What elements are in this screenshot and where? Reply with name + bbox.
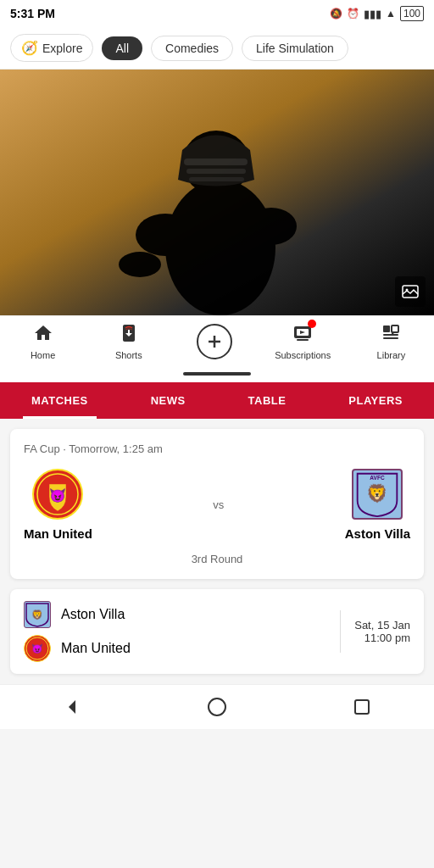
pill-all[interactable]: All — [102, 36, 142, 60]
match-date: Sat, 15 Jan 11:00 pm — [354, 619, 410, 644]
status-bar: 5:31 PM 🔕 ⏰ ▮▮▮ ▲ 100 — [0, 0, 434, 27]
explore-button[interactable]: 🧭 Explore — [10, 34, 93, 62]
match-list-row: 🦁 Aston Villa 😈 Man United Sat, 15 Jan — [24, 601, 410, 662]
pill-comedies-label: Comedies — [165, 42, 219, 55]
svg-rect-17 — [383, 326, 390, 332]
svg-rect-4 — [186, 169, 246, 174]
svg-text:MUFC: MUFC — [49, 478, 66, 484]
svg-text:AVFC: AVFC — [370, 475, 386, 481]
navigation-bar: 🧭 Explore All Comedies Life Simulation — [0, 27, 434, 70]
svg-rect-20 — [383, 337, 398, 339]
home-indicator — [183, 372, 251, 376]
svg-rect-19 — [383, 334, 398, 336]
tab-players-label: PLAYERS — [348, 394, 403, 407]
tab-table[interactable]: TABLE — [240, 382, 295, 419]
nav-library[interactable]: Library — [365, 323, 416, 360]
status-icons: 🔕 ⏰ ▮▮▮ ▲ 100 — [330, 6, 424, 21]
list-villa-name: Aston Villa — [61, 607, 125, 622]
svg-rect-6 — [202, 192, 231, 214]
nav-add[interactable] — [189, 324, 240, 359]
pill-life-simulation-label: Life Simulation — [256, 42, 334, 55]
mini-villa-logo: 🦁 — [24, 601, 51, 628]
shorts-icon — [119, 323, 139, 348]
pill-comedies[interactable]: Comedies — [151, 36, 233, 61]
library-icon — [381, 323, 401, 348]
svg-rect-33 — [355, 700, 369, 714]
svg-rect-5 — [189, 177, 244, 181]
match-date-day: Sat, 15 Jan — [354, 619, 410, 632]
nav-home-label: Home — [31, 350, 55, 360]
pill-life-simulation[interactable]: Life Simulation — [242, 36, 348, 61]
status-time: 5:31 PM — [10, 7, 55, 20]
tab-table-label: TABLE — [248, 394, 287, 407]
android-home-button[interactable] — [205, 695, 229, 719]
tab-players[interactable]: PLAYERS — [340, 382, 411, 419]
svg-point-7 — [136, 214, 195, 256]
wifi-icon: ▲ — [386, 8, 396, 19]
android-nav-bar — [0, 684, 434, 729]
svg-rect-16 — [297, 339, 309, 341]
android-back-button[interactable] — [60, 695, 84, 719]
away-team: 🦁 AVFC Aston Villa — [345, 469, 410, 541]
svg-text:🦁: 🦁 — [366, 482, 388, 504]
list-utd-name: Man United — [61, 641, 131, 656]
compass-icon: 🧭 — [21, 40, 38, 56]
match-teams: 😈 MUFC Man United vs 🦁 AVFC Aston Vill — [24, 469, 410, 541]
add-button[interactable] — [197, 324, 232, 359]
svg-text:🦁: 🦁 — [31, 609, 43, 620]
tab-matches[interactable]: MATCHES — [23, 382, 97, 419]
home-team: 😈 MUFC Man United — [24, 469, 92, 541]
list-team-utd: 😈 Man United — [24, 635, 326, 662]
svg-text:😈: 😈 — [31, 643, 43, 654]
svg-marker-31 — [69, 700, 75, 714]
match-date-time: 11:00 pm — [354, 632, 410, 644]
mini-utd-logo: 😈 — [24, 635, 51, 662]
nav-library-label: Library — [377, 350, 406, 360]
nav-home[interactable]: Home — [18, 323, 69, 360]
main-match-card: FA Cup · Tomorrow, 1:25 am 😈 MUFC Man Un… — [10, 429, 424, 579]
svg-text:😈: 😈 — [49, 487, 66, 504]
divider — [340, 610, 341, 653]
match-list-teams: 🦁 Aston Villa 😈 Man United — [24, 601, 326, 662]
svg-point-32 — [209, 698, 225, 715]
mute-icon: 🔕 — [330, 8, 342, 19]
explore-label: Explore — [42, 42, 82, 55]
subscriptions-icon — [292, 323, 313, 348]
nav-subscriptions-label: Subscriptions — [275, 350, 331, 360]
away-team-name: Aston Villa — [345, 526, 410, 541]
tab-matches-label: MATCHES — [31, 394, 88, 407]
aston-villa-logo: 🦁 AVFC — [352, 469, 403, 520]
bottom-navigation: Home Shorts — [0, 315, 434, 364]
svg-rect-3 — [184, 159, 248, 165]
list-team-villa: 🦁 Aston Villa — [24, 601, 326, 628]
svg-point-9 — [119, 252, 161, 277]
image-gallery-icon — [395, 276, 426, 307]
hero-image — [0, 70, 434, 315]
alarm-icon: ⏰ — [347, 8, 359, 19]
svg-point-8 — [246, 208, 297, 245]
man-utd-logo: 😈 MUFC — [32, 469, 83, 520]
tab-news[interactable]: NEWS — [142, 382, 194, 419]
match-list-card: 🦁 Aston Villa 😈 Man United Sat, 15 Jan — [10, 589, 424, 674]
signal-icon: ▮▮▮ — [364, 8, 381, 20]
vs-text: vs — [213, 498, 224, 511]
nav-shorts[interactable]: Shorts — [103, 323, 154, 360]
sports-tabs: MATCHES NEWS TABLE PLAYERS — [0, 382, 434, 419]
tab-news-label: NEWS — [151, 394, 186, 407]
nav-shorts-label: Shorts — [115, 350, 142, 360]
pill-all-label: All — [115, 42, 129, 55]
home-icon — [33, 323, 53, 348]
home-team-name: Man United — [24, 526, 92, 541]
match-round: 3rd Round — [24, 553, 410, 565]
android-recents-button[interactable] — [350, 695, 374, 719]
match-meta: FA Cup · Tomorrow, 1:25 am — [24, 442, 410, 455]
subscriptions-badge — [308, 320, 316, 328]
battery-icon: 100 — [400, 6, 424, 21]
nav-subscriptions[interactable]: Subscriptions — [275, 323, 331, 360]
